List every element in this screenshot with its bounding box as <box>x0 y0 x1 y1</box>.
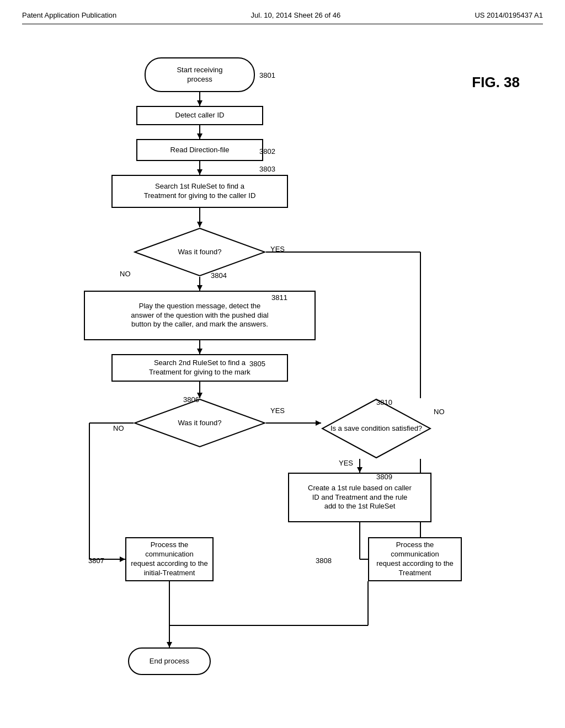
label-3801: 3801 <box>259 71 275 79</box>
svg-marker-19 <box>316 420 321 426</box>
page: Patent Application Publication Jul. 10, … <box>0 0 565 728</box>
found1-label: Was it found? <box>178 248 221 257</box>
page-header: Patent Application Publication Jul. 10, … <box>22 11 543 24</box>
no2-label: NO <box>113 424 124 432</box>
yes3-label: YES <box>339 459 353 467</box>
svg-marker-15 <box>197 349 202 354</box>
svg-marker-13 <box>197 285 202 291</box>
header-center: Jul. 10, 2014 Sheet 26 of 46 <box>251 11 341 19</box>
found2-diamond: Was it found? <box>134 398 266 448</box>
process-treat-label: Process the communication request accord… <box>369 538 461 581</box>
search1-label: Search 1st RuleSet to find a Treatment f… <box>142 180 258 203</box>
label-3803: 3803 <box>259 165 275 173</box>
label-3807: 3807 <box>88 556 104 565</box>
end-node: End process <box>128 647 211 675</box>
yes1-label: YES <box>270 245 285 253</box>
label-3808: 3808 <box>316 556 332 565</box>
label-3804: 3804 <box>211 271 227 280</box>
read-label: Read Direction-file <box>170 146 230 155</box>
search2-label: Search 2nd RuleSet to find a Treatment f… <box>147 356 253 379</box>
flowchart-diagram: FIG. 38 <box>34 41 531 681</box>
detect-node: Detect caller ID <box>136 106 263 125</box>
header-right: US 2014/0195437 A1 <box>475 11 543 19</box>
svg-marker-1 <box>197 100 202 106</box>
svg-marker-3 <box>197 133 202 139</box>
search1-node: Search 1st RuleSet to find a Treatment f… <box>111 175 288 208</box>
svg-marker-23 <box>120 556 125 562</box>
search2-node: Search 2nd RuleSet to find a Treatment f… <box>111 354 288 382</box>
save-condition-diamond: Is a save condition satisfied? <box>321 398 431 459</box>
create-rule-node: Create a 1st rule based on caller ID and… <box>288 473 431 522</box>
header-left: Patent Application Publication <box>22 11 116 19</box>
process-initial-label: Process the communication request accord… <box>126 538 212 581</box>
label-3809: 3809 <box>376 473 392 481</box>
play-label: Play the question message, detect the an… <box>127 298 271 333</box>
process-initial-node: Process the communication request accord… <box>125 537 214 581</box>
read-node: Read Direction-file <box>136 139 263 161</box>
svg-marker-7 <box>197 222 202 227</box>
create-rule-label: Create a 1st rule based on caller ID and… <box>305 480 415 515</box>
yes2-label: YES <box>270 406 285 415</box>
no3-label: NO <box>434 408 445 416</box>
label-3811: 3811 <box>271 293 287 302</box>
label-3805: 3805 <box>249 360 265 368</box>
process-treat-node: Process the communication request accord… <box>368 537 462 581</box>
detect-label: Detect caller ID <box>175 111 225 120</box>
found2-label: Was it found? <box>178 419 221 428</box>
svg-marker-26 <box>357 467 363 473</box>
start-label: Start receiving process <box>177 66 222 84</box>
start-node: Start receiving process <box>145 57 255 92</box>
end-label: End process <box>150 657 189 666</box>
found1-diamond: Was it found? <box>134 227 266 277</box>
save-condition-label: Is a save condition satisfied? <box>331 424 422 433</box>
no1-label: NO <box>120 270 131 278</box>
label-3810: 3810 <box>376 398 392 406</box>
svg-marker-5 <box>197 169 202 175</box>
label-3802: 3802 <box>259 147 275 156</box>
label-3806: 3806 <box>183 395 199 404</box>
